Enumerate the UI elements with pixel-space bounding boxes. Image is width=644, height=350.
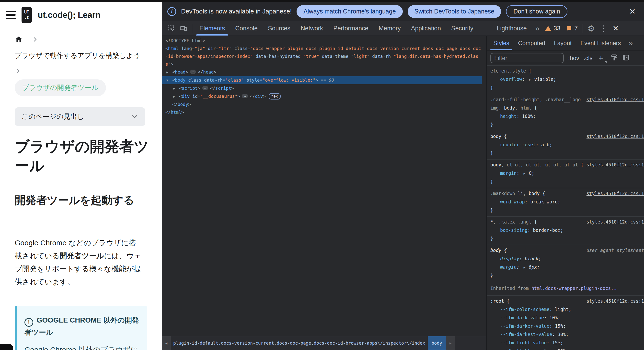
rendering-emulation-icon[interactable]: [610, 54, 618, 62]
inherited-node-link[interactable]: html.docs-wrapper.plugin-docs.…: [532, 286, 616, 291]
tab-styles[interactable]: Styles: [489, 36, 514, 50]
style-rule[interactable]: user agent stylesheetbody {display: bloc…: [487, 245, 644, 282]
chevron-down-icon: [131, 113, 138, 121]
flex-badge[interactable]: flex: [269, 93, 281, 99]
tab-memory[interactable]: Memory: [374, 21, 406, 36]
home-icon[interactable]: [15, 35, 23, 44]
paragraph: Google Chrome などのブラウザに搭載されている開発者ツールには、ウェ…: [15, 237, 143, 288]
breadcrumb: ブラウザで動作するアプリを構築しよう ブラウザの開発者ツール: [15, 35, 162, 96]
css-property[interactable]: --ifm-darkest-value: 30%;: [490, 330, 644, 339]
tab-sources[interactable]: Sources: [263, 21, 296, 36]
tab-event-listeners[interactable]: Event Listeners: [576, 36, 625, 50]
dom-tree-row[interactable]: ▶<div id="__docusaurus">⋯</div>flex: [162, 92, 482, 100]
breadcrumb-forward-icon[interactable]: ▶: [446, 336, 455, 350]
stylesheet-source-link[interactable]: styles.4510f12d.css:1: [584, 218, 644, 226]
tab-application[interactable]: Application: [406, 21, 446, 36]
style-rule[interactable]: styles.4510f12d.css:1.card--full-height,…: [487, 94, 644, 131]
stylesheet-source-link[interactable]: styles.4510f12d.css:1: [584, 132, 644, 141]
css-property[interactable]: word-wrap: break-word;: [490, 198, 644, 206]
more-sidebar-tabs-icon[interactable]: »: [626, 36, 636, 50]
stylesheet-source-link[interactable]: styles.4510f12d.css:1: [584, 96, 644, 104]
expand-ellipsis-button[interactable]: ⋯: [202, 86, 208, 90]
inspect-element-icon[interactable]: [164, 21, 177, 36]
toolbar-divider: [582, 24, 583, 33]
settings-gear-icon[interactable]: ⚙: [585, 21, 597, 36]
styles-sidebar: Styles Computed Layout Event Listeners »…: [487, 36, 644, 350]
style-rule[interactable]: styles.4510f12d.css:1.markdown li, body …: [487, 188, 644, 217]
expand-arrow-icon[interactable]: ▶: [173, 85, 179, 92]
dom-tree-row[interactable]: ▶<head>⋯</head>: [162, 68, 482, 76]
hamburger-menu-icon[interactable]: [6, 11, 16, 19]
tab-layout[interactable]: Layout: [550, 36, 576, 50]
device-toolbar-icon[interactable]: [177, 21, 190, 36]
logo-line-1: UT: [24, 9, 29, 15]
toggle-element-state-button[interactable]: :hov: [568, 55, 579, 62]
user-agent-stylesheet-label: user agent stylesheet: [586, 246, 644, 255]
infobar-close-icon[interactable]: ✕: [626, 7, 638, 16]
dom-tree-row[interactable]: </body>: [162, 100, 482, 108]
expand-arrow-icon[interactable]: ▶: [166, 68, 172, 76]
style-rule[interactable]: styles.4510f12d.css:1:root {--ifm-color-…: [487, 296, 644, 350]
css-property[interactable]: margin: ▶ 8px;: [490, 263, 644, 272]
element-classes-button[interactable]: .cls: [584, 55, 592, 62]
tab-network[interactable]: Network: [296, 21, 328, 36]
warnings-count[interactable]: 33: [545, 21, 560, 36]
dom-tree-row[interactable]: <!DOCTYPE html>: [162, 37, 482, 45]
more-tabs-icon[interactable]: »: [532, 21, 542, 36]
dom-tree-row[interactable]: ▶<script>⋯</script>: [162, 84, 482, 92]
site-title[interactable]: ut.code(); Learn: [38, 10, 100, 20]
dom-tree-row[interactable]: </html>: [162, 108, 482, 116]
style-rule[interactable]: element.style {overflow: ▶ visible;}: [487, 66, 644, 94]
switch-devtools-japanese-button[interactable]: Switch DevTools to Japanese: [408, 5, 501, 18]
css-property[interactable]: --ifm-darker-value: 15%;: [490, 322, 644, 330]
expand-ellipsis-button[interactable]: ⋯: [242, 94, 248, 98]
expand-arrow-icon[interactable]: ▶: [173, 93, 179, 100]
devtools-close-icon[interactable]: ✕: [610, 21, 622, 36]
inherited-from-header[interactable]: Inherited from html.docs-wrapper.plugin-…: [487, 282, 644, 296]
stylesheet-source-link[interactable]: styles.4510f12d.css:1: [584, 190, 644, 198]
always-match-language-button[interactable]: Always match Chrome's language: [296, 5, 402, 18]
dom-tree-row[interactable]: <html lang="ja" dir="ltr" class="docs-wr…: [162, 45, 482, 68]
css-property[interactable]: counter-reset: a b;: [490, 141, 644, 149]
css-property[interactable]: --ifm-light-value: 15%;: [490, 339, 644, 347]
css-property[interactable]: --ifm-lighter-value: 30%;: [490, 347, 644, 350]
toc-collapsible[interactable]: このページの見出し: [15, 107, 145, 126]
breadcrumb-back-icon[interactable]: ◀: [162, 336, 171, 350]
tab-performance[interactable]: Performance: [328, 21, 374, 36]
computed-sidebar-toggle-icon[interactable]: [622, 54, 630, 62]
stylesheet-source-link[interactable]: styles.4510f12d.css:1: [584, 297, 644, 305]
tab-computed[interactable]: Computed: [514, 36, 550, 50]
kebab-menu-icon[interactable]: ⋮: [597, 21, 610, 36]
tab-security[interactable]: Security: [446, 21, 478, 36]
style-rule[interactable]: styles.4510f12d.css:1body {counter-reset…: [487, 131, 644, 159]
page-title: ブラウザの開発者ツール: [15, 137, 152, 176]
css-property[interactable]: box-sizing: border-box;: [490, 226, 644, 235]
styles-sidebar-tabs: Styles Computed Layout Event Listeners »: [487, 36, 644, 51]
css-property[interactable]: height: 100%;: [490, 112, 644, 121]
issues-count[interactable]: 7: [566, 21, 578, 36]
breadcrumb-selected-node[interactable]: body: [428, 336, 446, 350]
elements-tree-pane: <!DOCTYPE html><html lang="ja" dir="ltr"…: [162, 36, 486, 350]
dont-show-again-button[interactable]: Don't show again: [506, 5, 568, 18]
css-property[interactable]: display: block;: [490, 255, 644, 263]
expand-ellipsis-button[interactable]: ⋯: [190, 70, 196, 74]
breadcrumb-path[interactable]: plugin-id-default.docs-version-current.d…: [171, 336, 425, 350]
tab-elements[interactable]: Elements: [194, 21, 230, 36]
collapse-arrow-icon[interactable]: ▼: [166, 76, 172, 84]
css-property[interactable]: overflow: ▶ visible;: [490, 75, 644, 84]
new-style-rule-icon[interactable]: ＋: [597, 53, 606, 64]
tab-lighthouse[interactable]: Lighthouse: [492, 21, 532, 36]
tab-console[interactable]: Console: [230, 21, 263, 36]
style-rule[interactable]: styles.4510f12d.css:1body, ol ol, ol ul,…: [487, 159, 644, 188]
css-property[interactable]: --ifm-dark-value: 10%;: [490, 314, 644, 322]
breadcrumb-section-link[interactable]: ブラウザで動作するアプリを構築しよう: [15, 51, 162, 60]
stylesheet-source-link[interactable]: styles.4510f12d.css:1: [584, 161, 644, 169]
docs-page: UT .C ut.code(); Learn ブラウザで動作するアプリを構築しよ…: [0, 2, 162, 350]
dom-tree-row[interactable]: ▼<body class data-rh="class" style="over…: [162, 76, 482, 84]
styles-rules-list: element.style {overflow: ▶ visible;}styl…: [487, 66, 644, 350]
styles-filter-input[interactable]: [490, 53, 564, 63]
css-property[interactable]: margin: ▶ 0;: [490, 169, 644, 178]
site-logo[interactable]: UT .C: [22, 7, 32, 23]
style-rule[interactable]: styles.4510f12d.css:1*, .katex .angl {bo…: [487, 217, 644, 245]
css-property[interactable]: --ifm-color-scheme: light;: [490, 305, 644, 314]
